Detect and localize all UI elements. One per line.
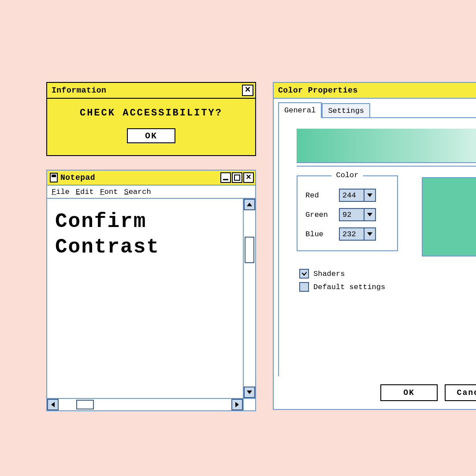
blue-value[interactable]: 232 xyxy=(339,227,364,241)
notepad-window: Notepad × File Edit Font Search Confirm … xyxy=(46,170,256,411)
color-properties-window: Color Properties General Settings Color … xyxy=(273,82,476,410)
vertical-scrollbar[interactable] xyxy=(243,199,255,398)
red-label: Red xyxy=(305,191,332,200)
chevron-down-icon[interactable] xyxy=(364,189,376,202)
scroll-left-icon[interactable] xyxy=(47,399,59,410)
blue-label: Blue xyxy=(305,230,332,238)
scroll-thumb[interactable] xyxy=(245,237,254,263)
chevron-down-icon[interactable] xyxy=(364,208,376,221)
scroll-up-icon[interactable] xyxy=(244,199,255,210)
color-gradient-preview xyxy=(297,129,476,163)
cancel-button[interactable]: Cancel xyxy=(445,384,476,401)
maximize-icon[interactable] xyxy=(232,172,242,183)
scroll-track[interactable] xyxy=(59,399,231,410)
divider xyxy=(297,166,476,167)
notepad-menubar: File Edit Font Search xyxy=(47,186,255,199)
ok-button[interactable]: OK xyxy=(127,128,175,143)
shaders-label: Shaders xyxy=(313,270,345,278)
color-properties-titlebar[interactable]: Color Properties xyxy=(274,83,476,99)
menu-edit[interactable]: Edit xyxy=(76,188,94,196)
close-icon[interactable]: × xyxy=(242,85,253,96)
color-properties-title: Color Properties xyxy=(278,86,358,95)
color-group-legend: Color xyxy=(331,171,363,179)
scroll-down-icon[interactable] xyxy=(244,387,255,398)
notepad-line: Contrast xyxy=(55,235,235,260)
green-label: Green xyxy=(305,211,332,219)
ok-button[interactable]: OK xyxy=(380,384,438,401)
menu-search[interactable]: Search xyxy=(124,188,151,196)
information-dialog: Information × CHECK ACCESSIBILITY? OK xyxy=(46,82,256,156)
scroll-right-icon[interactable] xyxy=(231,399,243,410)
notepad-line: Confirm xyxy=(55,209,235,235)
shaders-checkbox[interactable] xyxy=(299,269,309,279)
notepad-body: Confirm Contrast xyxy=(47,199,255,410)
notepad-icon xyxy=(50,173,58,182)
default-settings-label: Default settings xyxy=(313,283,385,291)
color-footer: OK Cancel xyxy=(380,384,476,401)
information-body: CHECK ACCESSIBILITY? OK xyxy=(47,99,255,143)
scroll-thumb[interactable] xyxy=(76,400,94,409)
default-settings-checkbox[interactable] xyxy=(299,282,309,292)
horizontal-scrollbar[interactable] xyxy=(47,398,243,410)
menu-font[interactable]: Font xyxy=(100,188,118,196)
color-swatch xyxy=(422,177,476,257)
minimize-icon[interactable] xyxy=(220,172,231,183)
tab-settings[interactable]: Settings xyxy=(322,103,370,117)
close-icon[interactable]: × xyxy=(243,172,254,183)
green-value[interactable]: 92 xyxy=(339,208,364,221)
red-value[interactable]: 244 xyxy=(339,189,364,202)
notepad-title: Notepad xyxy=(60,173,95,182)
scroll-corner xyxy=(243,398,255,410)
information-message: CHECK ACCESSIBILITY? xyxy=(47,108,255,119)
chevron-down-icon[interactable] xyxy=(364,227,376,241)
red-spinner: 244 xyxy=(339,189,376,202)
information-title: Information xyxy=(52,86,106,95)
tab-panel-general: Color Red 244 Green 92 Blue xyxy=(278,117,476,376)
menu-file[interactable]: File xyxy=(52,188,70,196)
notepad-textarea[interactable]: Confirm Contrast xyxy=(47,199,243,398)
green-spinner: 92 xyxy=(339,208,376,221)
scroll-track[interactable] xyxy=(244,210,255,387)
notepad-titlebar[interactable]: Notepad × xyxy=(47,171,255,186)
tab-row: General Settings xyxy=(278,102,476,117)
blue-spinner: 232 xyxy=(339,227,376,241)
tab-general[interactable]: General xyxy=(278,102,322,117)
color-group: Color Red 244 Green 92 Blue xyxy=(297,175,398,251)
information-titlebar[interactable]: Information × xyxy=(47,83,255,99)
